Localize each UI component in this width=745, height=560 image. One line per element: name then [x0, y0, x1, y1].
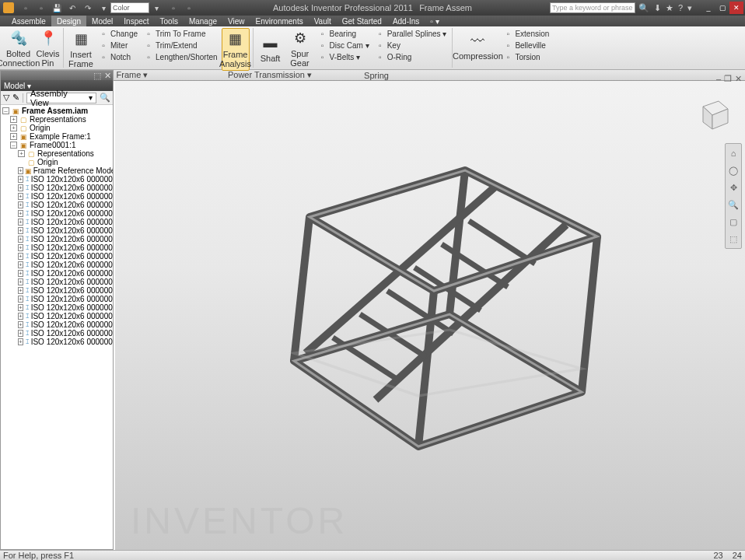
tree-toggle-icon[interactable]: +: [18, 330, 23, 337]
frame-notch-button[interactable]: ▫Notch: [96, 51, 140, 63]
tree-toggle-icon[interactable]: +: [18, 201, 23, 208]
tree-toggle-icon[interactable]: +: [18, 167, 23, 174]
tree-item[interactable]: +𝙸ISO 120x120x6 00000011:1: [1, 261, 113, 269]
tree-item[interactable]: +𝙸ISO 120x120x6 00000002:1: [1, 184, 113, 192]
qat-undo-icon[interactable]: ↶: [67, 2, 78, 13]
frame-trim-extend-button[interactable]: ▫Trim/Extend: [142, 40, 220, 51]
tree-toggle-icon[interactable]: +: [18, 261, 23, 268]
tree-item[interactable]: +𝙸ISO 120x120x6 00000005:1: [1, 209, 113, 218]
tree-item[interactable]: +𝙸ISO 120x120x6 00000007:1: [1, 226, 113, 235]
nav-orbit-icon[interactable]: ◯: [727, 164, 740, 177]
qat-new-icon[interactable]: ▫: [20, 2, 31, 13]
tree-item[interactable]: +𝙸ISO 120x120x6 00000016:1: [1, 303, 113, 312]
viewport-3d[interactable]: INVENTOR ⌂ ◯ ✥ 🔍 ▢ ⬚: [115, 81, 745, 550]
tree-item[interactable]: +𝙸ISO 120x120x6 00000019:1: [1, 329, 113, 338]
tree-toggle-icon[interactable]: +: [18, 193, 23, 200]
qat-more-icon[interactable]: ▾: [98, 2, 109, 13]
qat-save-icon[interactable]: 💾: [51, 2, 62, 13]
color-override-combo[interactable]: Color: [110, 2, 149, 13]
browser-pin-icon[interactable]: ⬚: [93, 71, 101, 81]
minimize-button[interactable]: _: [701, 2, 715, 14]
tree-toggle-icon[interactable]: +: [18, 176, 23, 183]
tree-item[interactable]: +▣Frame Reference Model: [1, 166, 113, 175]
power-parallel-splines-▾-button[interactable]: ▫Parallel Splines ▾: [373, 28, 449, 40]
tree-item[interactable]: –▣Frame Assem.iam: [1, 107, 113, 115]
close-button[interactable]: ✕: [729, 2, 743, 14]
menu-inspect[interactable]: Inspect: [118, 16, 154, 26]
tree-toggle-icon[interactable]: +: [18, 184, 23, 191]
view-cube[interactable]: [695, 95, 731, 131]
tree-toggle-icon[interactable]: +: [18, 227, 23, 234]
qat-extra2-icon[interactable]: ▫: [184, 2, 194, 13]
tree-toggle-icon[interactable]: +: [18, 270, 23, 277]
browser-close-icon[interactable]: ✕: [104, 71, 111, 81]
search-input[interactable]: Type a keyword or phrase: [550, 2, 635, 13]
nav-fullnav-icon[interactable]: ⬚: [727, 233, 740, 245]
menu-get-started[interactable]: Get Started: [337, 16, 387, 26]
tree-toggle-icon[interactable]: +: [18, 313, 23, 320]
tree-item[interactable]: +▢Representations: [1, 149, 113, 158]
tree-item[interactable]: +𝙸ISO 120x120x6 00000014:1: [1, 286, 113, 295]
qat-redo-icon[interactable]: ↷: [82, 2, 93, 13]
tree-item[interactable]: +𝙸ISO 120x120x6 00000020:1: [1, 338, 113, 346]
panel-label-power[interactable]: Power Transmission ▾: [201, 70, 339, 80]
nav-lookat-icon[interactable]: ▢: [727, 215, 740, 228]
browser-edit-icon[interactable]: ✎: [12, 93, 19, 103]
tree-item[interactable]: +▣Example Frame:1: [1, 132, 113, 141]
spring-torsion-button[interactable]: ▫Torsion: [501, 51, 551, 63]
browser-find-icon[interactable]: 🔍: [100, 93, 110, 103]
spring-extension-button[interactable]: ▫Extension: [501, 28, 551, 40]
menu-appearance[interactable]: ▫ ▾: [425, 16, 444, 26]
tree-item[interactable]: +𝙸ISO 120x120x6 00000009:1: [1, 243, 113, 252]
browser-filter-icon[interactable]: ▽: [3, 93, 9, 103]
subscription-icon[interactable]: ⬇: [654, 3, 661, 13]
power-bearing-button[interactable]: ▫Bearing: [316, 28, 372, 40]
search-icon[interactable]: 🔍: [638, 3, 649, 13]
menu-environments[interactable]: Environments: [250, 16, 309, 26]
tree-item[interactable]: +𝙸ISO 120x120x6 00000001:1: [1, 175, 113, 184]
bolted-connection-button[interactable]: 🔩 BoltedConnection: [5, 28, 33, 69]
clevis-pin-button[interactable]: 📍 ClevisPin: [34, 28, 62, 69]
tree-toggle-icon[interactable]: +: [18, 321, 23, 328]
favorites-icon[interactable]: ★: [666, 3, 673, 13]
menu-vault[interactable]: Vault: [309, 16, 337, 26]
tree-item[interactable]: +𝙸ISO 120x120x6 00000008:1: [1, 235, 113, 243]
tree-toggle-icon[interactable]: +: [10, 116, 17, 123]
tree-toggle-icon[interactable]: –: [2, 107, 9, 114]
menu-add-ins[interactable]: Add-Ins: [387, 16, 425, 26]
tree-toggle-icon[interactable]: +: [18, 219, 23, 226]
tree-item[interactable]: +𝙸ISO 120x120x6 00000013:1: [1, 278, 113, 286]
power-o-ring-button[interactable]: ▫O-Ring: [373, 51, 449, 63]
frame-model[interactable]: [115, 81, 745, 548]
power-disc-cam-▾-button[interactable]: ▫Disc Cam ▾: [316, 40, 372, 51]
power-key-button[interactable]: ▫Key: [373, 40, 449, 51]
tree-toggle-icon[interactable]: +: [18, 150, 25, 157]
frame-lengthen-shorten-button[interactable]: ▫Lengthen/Shorten: [142, 51, 220, 63]
menu-model[interactable]: Model: [86, 16, 118, 26]
tree-item[interactable]: +▢Origin: [1, 124, 113, 132]
tree-item[interactable]: +𝙸ISO 120x120x6 00000006:1: [1, 218, 113, 226]
tree-item[interactable]: +𝙸ISO 120x120x6 00000012:1: [1, 269, 113, 278]
tree-item[interactable]: +𝙸ISO 120x120x6 00000015:1: [1, 295, 113, 303]
spring-belleville-button[interactable]: ▫Belleville: [501, 40, 551, 51]
tree-toggle-icon[interactable]: –: [10, 142, 17, 149]
help-dropdown-icon[interactable]: ▾: [687, 3, 692, 13]
menu-design[interactable]: Design: [51, 16, 86, 26]
compression-button[interactable]: 〰 Compression: [456, 28, 499, 65]
doc-restore-button[interactable]: ❐: [724, 74, 732, 84]
frame-trim-to-frame-button[interactable]: ▫Trim To Frame: [142, 28, 220, 40]
tree-item[interactable]: –▣Frame0001:1: [1, 141, 113, 149]
frame-change-button[interactable]: ▫Change: [96, 28, 140, 40]
tree-item[interactable]: +𝙸ISO 120x120x6 00000017:1: [1, 312, 113, 320]
tree-item[interactable]: +▢Representations: [1, 115, 113, 124]
tree-toggle-icon[interactable]: +: [18, 210, 23, 217]
power-v-belts-▾-button[interactable]: ▫V-Belts ▾: [316, 51, 372, 63]
qat-open-icon[interactable]: ▫: [36, 2, 47, 13]
tree-toggle-icon[interactable]: +: [18, 236, 23, 243]
menu-assemble[interactable]: Assemble: [6, 16, 51, 26]
view-mode-combo[interactable]: Assembly View ▾: [26, 93, 96, 103]
nav-pan-icon[interactable]: ✥: [727, 181, 740, 194]
menu-tools[interactable]: Tools: [155, 16, 184, 26]
help-icon[interactable]: ?: [678, 3, 683, 13]
tree-toggle-icon[interactable]: +: [10, 133, 17, 140]
